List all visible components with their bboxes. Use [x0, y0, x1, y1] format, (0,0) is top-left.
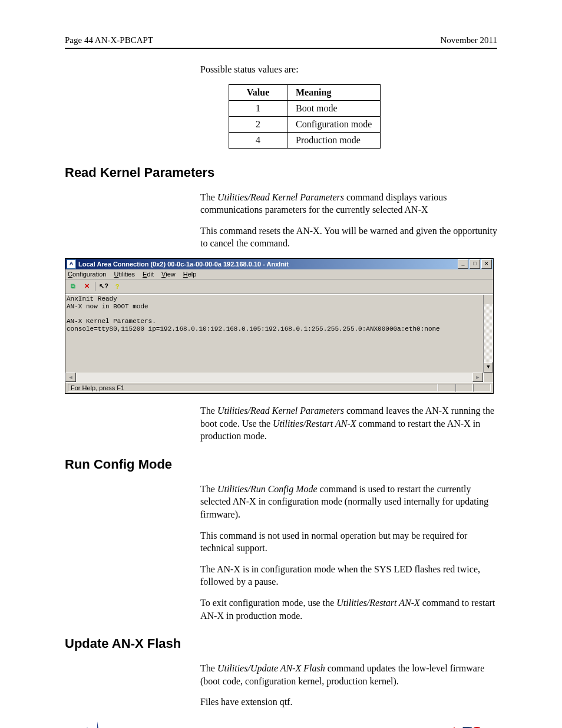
scroll-left-icon[interactable]: ◄	[65, 373, 76, 382]
close-button[interactable]: ×	[481, 259, 492, 269]
status-table: Value Meaning 1 Boot mode 2 Configuratio…	[229, 84, 381, 149]
heading-update-flash: Update AN-X Flash	[65, 636, 497, 651]
copy-icon[interactable]: ⧉	[67, 281, 80, 292]
statusbar-pane	[473, 384, 491, 392]
th-value: Value	[229, 84, 287, 100]
cell-value: 2	[229, 116, 287, 132]
resize-grip-icon[interactable]	[483, 373, 493, 382]
uf-para2: Files have extension qtf.	[200, 696, 497, 709]
rc-para4: To exit configuration mode, use the Util…	[200, 597, 497, 622]
th-meaning: Meaning	[287, 84, 381, 100]
menu-utilities[interactable]: Utilities	[114, 271, 135, 278]
console-output[interactable]: AnxInit Ready AN-X now in BOOT mode AN-X…	[65, 294, 493, 373]
statusbar-pane	[455, 384, 473, 392]
menu-edit[interactable]: Edit	[143, 271, 154, 278]
uf-para1: The Utilities/Update AN-X Flash command …	[200, 662, 497, 687]
anxinit-window: A Local Area Connection (0x2) 00-0c-1a-0…	[65, 258, 494, 394]
menu-configuration[interactable]: Configuration	[68, 271, 106, 278]
maximize-button[interactable]: □	[470, 259, 480, 269]
cell-meaning: Production mode	[287, 132, 381, 148]
toolbar-separator	[95, 282, 95, 291]
scroll-down-icon[interactable]: ▼	[484, 362, 493, 373]
rc-para3: The AN-X is in configuration mode when t…	[200, 563, 497, 588]
app-icon: A	[67, 259, 76, 269]
scroll-right-icon[interactable]: ►	[472, 373, 483, 382]
page-header: Page 44 AN-X-PBCAPT November 2011	[65, 35, 497, 49]
vertical-scrollbar[interactable]: ▲ ▼	[483, 295, 493, 373]
context-help-icon[interactable]: ↖?	[97, 281, 110, 292]
table-row: 4 Production mode	[229, 132, 381, 148]
page-footer: QTS QUEST TECHNICAL SOLUTIONS A product …	[65, 722, 497, 728]
rk-para1: The Utilities/Read Kernel Parameters com…	[200, 191, 497, 216]
horizontal-scrollbar[interactable]: ◄ ►	[65, 373, 493, 382]
prosoft-partner-logo-icon: P3 PROSOFT PARTNER PROGRAM	[438, 724, 491, 728]
menubar: Configuration Utilities Edit View Help	[65, 269, 493, 279]
statusbar-pane	[438, 384, 455, 392]
statusbar: For Help, press F1	[65, 382, 493, 393]
table-row: 2 Configuration mode	[229, 116, 381, 132]
heading-run-config: Run Config Mode	[65, 457, 497, 472]
header-left: Page 44 AN-X-PBCAPT	[65, 35, 153, 45]
console-text: AnxInit Ready AN-X now in BOOT mode AN-X…	[67, 295, 440, 332]
svg-marker-0	[71, 722, 124, 728]
table-row: 1 Boot mode	[229, 100, 381, 116]
intro-text: Possible status values are:	[200, 63, 497, 76]
window-titlebar[interactable]: A Local Area Connection (0x2) 00-0c-1a-0…	[65, 259, 493, 269]
rc-para1: The Utilities/Run Config Mode command is…	[200, 483, 497, 521]
menu-view[interactable]: View	[161, 271, 176, 278]
rk-after-para: The Utilities/Read Kernel Parameters com…	[200, 404, 497, 443]
rc-para2: This command is not used in normal opera…	[200, 529, 497, 555]
rk-para2: This command resets the AN-X. You will b…	[200, 225, 497, 250]
minimize-button[interactable]: _	[458, 259, 468, 269]
cell-value: 1	[229, 100, 287, 116]
menu-help[interactable]: Help	[183, 271, 197, 278]
cell-value: 4	[229, 132, 287, 148]
cell-meaning: Configuration mode	[287, 116, 381, 132]
about-icon[interactable]: ?	[111, 281, 124, 292]
qts-logo-icon: QTS QUEST TECHNICAL SOLUTIONS	[71, 722, 124, 728]
window-title: Local Area Connection (0x2) 00-0c-1a-00-…	[78, 261, 289, 268]
toolbar: ⧉ ✕ ↖? ?	[65, 279, 493, 294]
delete-icon[interactable]: ✕	[80, 281, 93, 292]
header-right: November 2011	[440, 35, 497, 45]
heading-read-kernel: Read Kernel Parameters	[65, 165, 497, 180]
cell-meaning: Boot mode	[287, 100, 381, 116]
statusbar-text: For Help, press F1	[68, 384, 438, 392]
